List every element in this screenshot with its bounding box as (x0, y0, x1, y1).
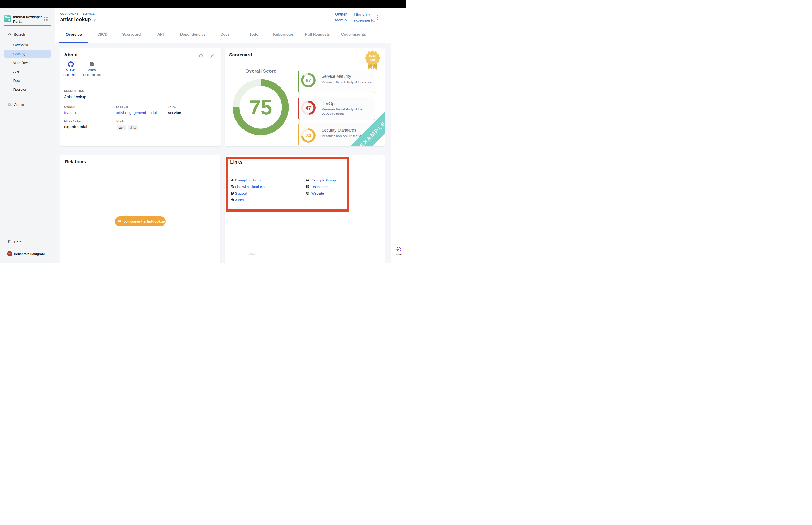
svg-text:74: 74 (306, 133, 311, 138)
svg-text:87: 87 (306, 77, 311, 83)
svg-text:?: ? (9, 240, 10, 242)
svg-text:47: 47 (306, 105, 311, 110)
svg-text:Gold: Gold (369, 55, 376, 58)
svg-text:Tier: Tier (370, 58, 375, 62)
